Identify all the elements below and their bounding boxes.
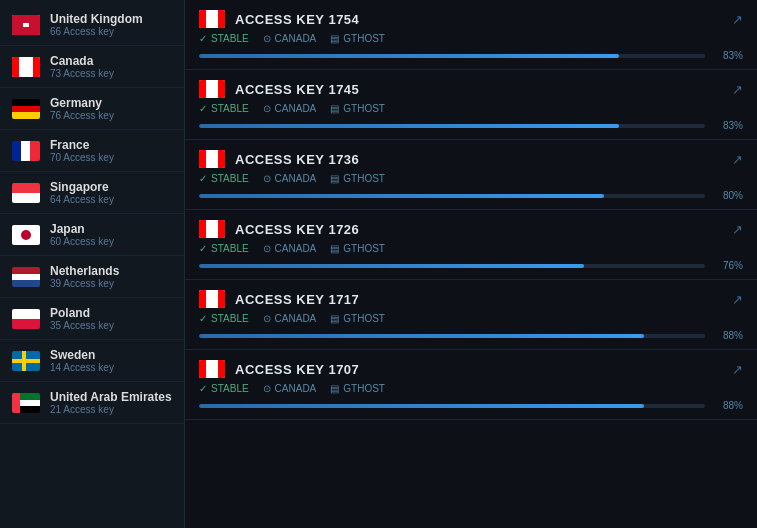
japan-flag-icon — [12, 225, 40, 245]
stable-status: ✓ STABLE — [199, 243, 249, 254]
progress-bar-background — [199, 124, 705, 128]
poland-flag-icon — [12, 309, 40, 329]
country-label: CANADA — [275, 173, 317, 184]
server-meta: ▤ GTHOST — [330, 313, 385, 324]
canada-flag-icon — [199, 360, 225, 378]
country-meta: ⊙ CANADA — [263, 173, 317, 184]
card-title: ACCESS KEY 1745 — [235, 82, 732, 97]
progress-percentage: 88% — [713, 400, 743, 411]
sweden-flag-icon — [12, 351, 40, 371]
progress-container: 80% — [199, 190, 743, 201]
uae-flag-icon — [12, 393, 40, 413]
country-meta: ⊙ CANADA — [263, 103, 317, 114]
access-card: ACCESS KEY 1736 ↗ ✓ STABLE ⊙ CANADA ▤ GT… — [185, 140, 757, 210]
progress-container: 88% — [199, 400, 743, 411]
external-link-icon[interactable]: ↗ — [732, 152, 743, 167]
card-header: ACCESS KEY 1726 ↗ — [199, 220, 743, 238]
stable-label: STABLE — [211, 313, 249, 324]
card-meta: ✓ STABLE ⊙ CANADA ▤ GTHOST — [199, 33, 743, 44]
server-label: GTHOST — [343, 33, 385, 44]
canada-flag-icon — [199, 80, 225, 98]
access-count: 70 Access key — [50, 152, 172, 163]
stable-label: STABLE — [211, 383, 249, 394]
card-title: ACCESS KEY 1736 — [235, 152, 732, 167]
sidebar-item-uk[interactable]: United Kingdom 66 Access key — [0, 4, 184, 46]
card-header: ACCESS KEY 1754 ↗ — [199, 10, 743, 28]
country-meta: ⊙ CANADA — [263, 243, 317, 254]
country-name: Netherlands — [50, 264, 172, 278]
country-name: Canada — [50, 54, 172, 68]
progress-container: 83% — [199, 120, 743, 131]
germany-flag-icon — [12, 99, 40, 119]
sidebar-item-netherlands[interactable]: Netherlands 39 Access key — [0, 256, 184, 298]
progress-percentage: 76% — [713, 260, 743, 271]
canada-flag-icon — [199, 10, 225, 28]
access-card: ACCESS KEY 1754 ↗ ✓ STABLE ⊙ CANADA ▤ GT… — [185, 0, 757, 70]
sidebar: United Kingdom 66 Access key Canada 73 A… — [0, 0, 185, 528]
country-name: Germany — [50, 96, 172, 110]
progress-bar-fill — [199, 334, 644, 338]
card-title: ACCESS KEY 1726 — [235, 222, 732, 237]
country-name: Sweden — [50, 348, 172, 362]
check-icon: ✓ — [199, 173, 207, 184]
location-icon: ⊙ — [263, 243, 271, 254]
country-name: Japan — [50, 222, 172, 236]
country-label: CANADA — [275, 243, 317, 254]
external-link-icon[interactable]: ↗ — [732, 362, 743, 377]
sidebar-item-japan[interactable]: Japan 60 Access key — [0, 214, 184, 256]
sidebar-item-singapore[interactable]: Singapore 64 Access key — [0, 172, 184, 214]
card-title: ACCESS KEY 1717 — [235, 292, 732, 307]
sidebar-item-canada[interactable]: Canada 73 Access key — [0, 46, 184, 88]
country-label: CANADA — [275, 33, 317, 44]
server-label: GTHOST — [343, 383, 385, 394]
canada-flag-icon — [199, 290, 225, 308]
stable-status: ✓ STABLE — [199, 313, 249, 324]
progress-container: 76% — [199, 260, 743, 271]
external-link-icon[interactable]: ↗ — [732, 222, 743, 237]
progress-bar-fill — [199, 194, 604, 198]
access-count: 21 Access key — [50, 404, 172, 415]
sidebar-item-poland[interactable]: Poland 35 Access key — [0, 298, 184, 340]
access-card: ACCESS KEY 1707 ↗ ✓ STABLE ⊙ CANADA ▤ GT… — [185, 350, 757, 420]
server-icon: ▤ — [330, 103, 339, 114]
country-meta: ⊙ CANADA — [263, 313, 317, 324]
country-label: CANADA — [275, 383, 317, 394]
server-label: GTHOST — [343, 173, 385, 184]
progress-bar-background — [199, 404, 705, 408]
progress-percentage: 88% — [713, 330, 743, 341]
progress-bar-background — [199, 54, 705, 58]
sidebar-item-germany[interactable]: Germany 76 Access key — [0, 88, 184, 130]
sidebar-item-uae[interactable]: United Arab Emirates 21 Access key — [0, 382, 184, 424]
netherlands-flag-icon — [12, 267, 40, 287]
sidebar-item-sweden[interactable]: Sweden 14 Access key — [0, 340, 184, 382]
stable-status: ✓ STABLE — [199, 103, 249, 114]
server-icon: ▤ — [330, 33, 339, 44]
server-meta: ▤ GTHOST — [330, 103, 385, 114]
card-title: ACCESS KEY 1754 — [235, 12, 732, 27]
access-card: ACCESS KEY 1717 ↗ ✓ STABLE ⊙ CANADA ▤ GT… — [185, 280, 757, 350]
external-link-icon[interactable]: ↗ — [732, 82, 743, 97]
card-meta: ✓ STABLE ⊙ CANADA ▤ GTHOST — [199, 313, 743, 324]
access-count: 39 Access key — [50, 278, 172, 289]
server-meta: ▤ GTHOST — [330, 33, 385, 44]
progress-container: 88% — [199, 330, 743, 341]
check-icon: ✓ — [199, 103, 207, 114]
check-icon: ✓ — [199, 313, 207, 324]
location-icon: ⊙ — [263, 313, 271, 324]
server-meta: ▤ GTHOST — [330, 173, 385, 184]
card-header: ACCESS KEY 1717 ↗ — [199, 290, 743, 308]
france-flag-icon — [12, 141, 40, 161]
external-link-icon[interactable]: ↗ — [732, 292, 743, 307]
card-title: ACCESS KEY 1707 — [235, 362, 732, 377]
external-link-icon[interactable]: ↗ — [732, 12, 743, 27]
access-count: 64 Access key — [50, 194, 172, 205]
access-count: 14 Access key — [50, 362, 172, 373]
access-count: 73 Access key — [50, 68, 172, 79]
canada-flag-icon — [199, 220, 225, 238]
card-meta: ✓ STABLE ⊙ CANADA ▤ GTHOST — [199, 173, 743, 184]
card-meta: ✓ STABLE ⊙ CANADA ▤ GTHOST — [199, 383, 743, 394]
location-icon: ⊙ — [263, 103, 271, 114]
card-header: ACCESS KEY 1736 ↗ — [199, 150, 743, 168]
sidebar-item-france[interactable]: France 70 Access key — [0, 130, 184, 172]
canada-flag-icon — [12, 57, 40, 77]
